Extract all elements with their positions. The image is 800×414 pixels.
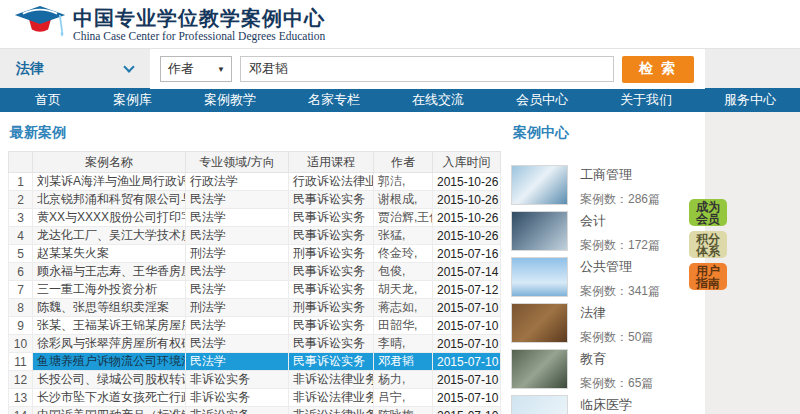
category-thumbnail-education [511, 349, 568, 389]
field-cell: 民法学 [186, 335, 289, 353]
column-header-case-name: 案例名称 [33, 152, 186, 173]
case-name-cell[interactable]: 长沙市坠下水道女孩死亡行政救助案例 [33, 389, 186, 407]
case-name-cell[interactable]: 鱼塘养殖户诉物流公司环境污染损害案 [33, 353, 186, 371]
category-item-clinical-medicine[interactable]: 临床医学 [511, 395, 699, 414]
search-input[interactable] [240, 56, 614, 82]
table-row[interactable]: 8陈魏、张思等组织卖淫案刑法学刑事诉讼实务蒋志如,2015-07-10 [9, 299, 501, 317]
field-cell: 民法学 [186, 191, 289, 209]
nav-item-case-library[interactable]: 案例库 [87, 88, 178, 112]
field-select[interactable]: 作者 ▼ [160, 56, 232, 82]
table-row[interactable]: 6顾永福与王志寿、王华香房屋买卖合同民法学民事诉讼实务包俊,2015-07-14 [9, 263, 501, 281]
case-name-cell[interactable]: 长投公司、绿城公司股权转让仲裁案（ [33, 371, 186, 389]
category-dropdown[interactable]: 法律 [0, 49, 150, 89]
category-thumbnail-clinical-medicine [511, 395, 568, 414]
case-name-cell[interactable]: 黄XX与XXXX股份公司打印字迹时间... [33, 209, 186, 227]
case-name-cell[interactable]: 张某、王福某诉王锦某房屋所有权确认 [33, 317, 186, 335]
course-cell: 民事诉讼实务 [289, 263, 374, 281]
category-name: 公共管理 [580, 258, 660, 276]
field-cell: 非诉讼实务 [186, 371, 289, 389]
table-row[interactable]: 7三一重工海外投资分析民法学民事诉讼实务胡天龙,2015-07-12 [9, 281, 501, 299]
nav-item-online-exchange[interactable]: 在线交流 [386, 88, 490, 112]
category-item-education[interactable]: 教育案例数：65篇 [511, 349, 699, 389]
field-cell: 民法学 [186, 263, 289, 281]
nav-item-member-center[interactable]: 会员中心 [490, 88, 594, 112]
course-cell: 民事诉讼实务 [289, 335, 374, 353]
field-cell: 非诉讼实务 [186, 389, 289, 407]
table-row[interactable]: 10徐彩凤与张翠萍房屋所有权确认纠纷案民法学民事诉讼实务李晴,2015-07-1… [9, 335, 501, 353]
field-cell: 刑法学 [186, 299, 289, 317]
category-text: 公共管理案例数：341篇 [580, 257, 660, 297]
category-thumbnail-business-management [511, 165, 568, 205]
field-cell: 民法学 [186, 209, 289, 227]
course-cell: 民事诉讼实务 [289, 209, 374, 227]
become-member-button[interactable]: 成为 会员 [689, 199, 727, 226]
row-number-cell: 8 [9, 299, 33, 317]
date-cell: 2015-10-26 [433, 227, 501, 245]
case-name-cell[interactable]: 顾永福与王志寿、王华香房屋买卖合同 [33, 263, 186, 281]
category-text: 教育案例数：65篇 [580, 349, 653, 389]
search-button[interactable]: 检 索 [622, 56, 694, 83]
author-cell: 谢根成, [374, 191, 433, 209]
row-number-cell: 1 [9, 173, 33, 191]
case-name-cell[interactable]: 陈魏、张思等组织卖淫案 [33, 299, 186, 317]
table-row[interactable]: 9张某、王福某诉王锦某房屋所有权确认民法学民事诉讼实务田韶华,2015-07-1… [9, 317, 501, 335]
category-item-business-management[interactable]: 工商管理案例数：286篇 [511, 165, 699, 205]
category-text: 法律案例数：50篇 [580, 303, 653, 343]
case-name-cell[interactable]: 刘某诉A海洋与渔业局行政诉讼案 [33, 173, 186, 191]
author-cell: 田韶华, [374, 317, 433, 335]
nav-item-home[interactable]: 首页 [9, 88, 87, 112]
user-guide-button[interactable]: 用户 指南 [689, 263, 727, 290]
table-row[interactable]: 13长沙市坠下水道女孩死亡行政救助案例非诉讼实务非诉讼法律业务吕宁,2015-0… [9, 389, 501, 407]
row-number-cell: 13 [9, 389, 33, 407]
date-cell: 2015-07-14 [433, 263, 501, 281]
table-row[interactable]: 14中国诉美国四种产品（标准钢管、矩形非诉讼实务非诉讼法律业务陈咏梅,2015-… [9, 407, 501, 414]
case-name-cell[interactable]: 赵某某失火案 [33, 245, 186, 263]
table-row[interactable]: 12长投公司、绿城公司股权转让仲裁案（非诉讼实务非诉讼法律业务杨力,2015-0… [9, 371, 501, 389]
category-count: 案例数：65篇 [580, 375, 653, 392]
case-name-cell[interactable]: 北京锐邦涌和科贸有限公司与强生（上 [33, 191, 186, 209]
course-cell: 民事诉讼实务 [289, 281, 374, 299]
nav-item-expert-column[interactable]: 名家专栏 [282, 88, 386, 112]
points-system-button[interactable]: 积分 体系 [689, 231, 727, 258]
column-header-field: 专业领域/方向 [186, 152, 289, 173]
case-name-cell[interactable]: 中国诉美国四种产品（标准钢管、矩形 [33, 407, 186, 414]
course-cell: 民事诉讼实务 [289, 353, 374, 371]
case-center-title: 案例中心 [513, 124, 699, 142]
category-text: 临床医学 [580, 395, 632, 414]
field-cell: 非诉讼实务 [186, 407, 289, 414]
category-count: 案例数：50篇 [580, 329, 653, 346]
category-item-law[interactable]: 法律案例数：50篇 [511, 303, 699, 343]
date-cell: 2015-07-10 [433, 371, 501, 389]
category-name: 法律 [580, 304, 653, 322]
course-cell: 刑事诉讼实务 [289, 299, 374, 317]
category-thumbnail-accounting [511, 211, 568, 251]
author-cell: 佟金玲, [374, 245, 433, 263]
category-item-accounting[interactable]: 会计案例数：172篇 [511, 211, 699, 251]
floating-side-buttons: 成为 会员积分 体系用户 指南 [689, 199, 727, 295]
column-header-index [9, 152, 33, 173]
case-name-cell[interactable]: 三一重工海外投资分析 [33, 281, 186, 299]
row-number-cell: 2 [9, 191, 33, 209]
table-row[interactable]: 1刘某诉A海洋与渔业局行政诉讼案行政法学行政诉讼法律业务郭洁,2015-10-2… [9, 173, 501, 191]
case-name-cell[interactable]: 龙达化工厂、吴江大学技术服务合同纠 [33, 227, 186, 245]
search-panel: 作者 ▼ 检 索 [150, 49, 705, 89]
course-cell: 刑事诉讼实务 [289, 245, 374, 263]
nav-item-case-teaching[interactable]: 案例教学 [178, 88, 282, 112]
category-item-public-administration[interactable]: 公共管理案例数：341篇 [511, 257, 699, 297]
page: 中国专业学位教学案例中心 China Case Center for Profe… [0, 0, 800, 414]
case-name-cell[interactable]: 徐彩凤与张翠萍房屋所有权确认纠纷案 [33, 335, 186, 353]
latest-cases-title: 最新案例 [10, 124, 500, 142]
table-row[interactable]: 2北京锐邦涌和科贸有限公司与强生（上民法学民事诉讼实务谢根成,2015-10-2… [9, 191, 501, 209]
date-cell: 2015-07-10 [433, 335, 501, 353]
row-number-cell: 4 [9, 227, 33, 245]
row-number-cell: 3 [9, 209, 33, 227]
table-row[interactable]: 11鱼塘养殖户诉物流公司环境污染损害案民法学民事诉讼实务邓君韬2015-07-1… [9, 353, 501, 371]
category-name: 会计 [580, 212, 660, 230]
nav-item-service-center[interactable]: 服务中心 [698, 88, 800, 112]
chevron-down-icon [123, 61, 134, 72]
table-row[interactable]: 4龙达化工厂、吴江大学技术服务合同纠民法学民事诉讼实务张猛,2015-10-26 [9, 227, 501, 245]
table-row[interactable]: 5赵某某失火案刑法学刑事诉讼实务佟金玲,2015-07-16 [9, 245, 501, 263]
nav-item-about-us[interactable]: 关于我们 [594, 88, 698, 112]
author-cell: 蒋志如, [374, 299, 433, 317]
table-row[interactable]: 3黄XX与XXXX股份公司打印字迹时间...民法学民事诉讼实务贾治辉,王俊201… [9, 209, 501, 227]
